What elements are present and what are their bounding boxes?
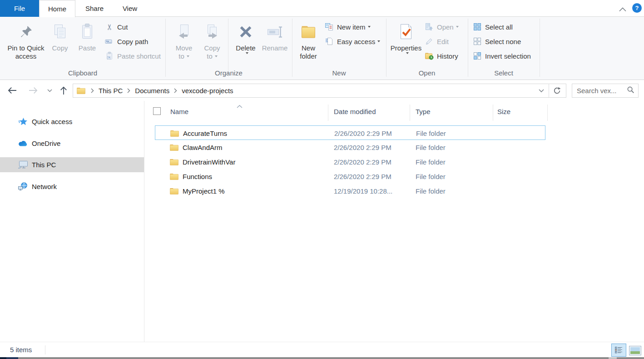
search-input[interactable]: [572, 87, 626, 95]
sidebar-item-label: OneDrive: [32, 140, 60, 147]
recent-locations-button[interactable]: [45, 88, 54, 93]
column-divider[interactable]: [547, 105, 548, 121]
history-button[interactable]: History: [424, 50, 458, 62]
chevron-down-icon: [539, 89, 544, 93]
refresh-button[interactable]: [550, 87, 564, 95]
back-button[interactable]: [6, 85, 18, 96]
file-row-drivetrainwithvar[interactable]: DrivetrainWithVar 2/26/2020 2:29 PM File…: [155, 155, 545, 169]
easy-access-icon: [324, 37, 334, 46]
up-button[interactable]: [58, 85, 69, 96]
large-icons-view-button[interactable]: [629, 345, 641, 355]
paste-button[interactable]: Paste: [74, 20, 100, 52]
new-item-button[interactable]: New item: [324, 20, 371, 33]
tab-share[interactable]: Share: [75, 0, 114, 17]
file-row-accurateturns[interactable]: AccurateTurns 2/26/2020 2:29 PM File fol…: [155, 125, 545, 140]
pin-label-line1: Pin to Quick: [8, 44, 45, 52]
easy-access-button[interactable]: Easy access: [324, 35, 380, 48]
file-name: DrivetrainWithVar: [183, 158, 235, 166]
sidebar-item-quick-access[interactable]: Quick access: [0, 114, 144, 129]
new-folder-button[interactable]: New folder: [295, 20, 322, 60]
details-view-button[interactable]: [611, 344, 626, 357]
search-icon[interactable]: [627, 86, 634, 95]
new-folder-icon: [300, 20, 317, 44]
copy-to-icon: [204, 20, 220, 44]
sidebar-item-this-pc[interactable]: This PC: [0, 157, 144, 172]
rename-button[interactable]: Rename: [260, 20, 290, 52]
sidebar-item-network[interactable]: Network: [0, 179, 144, 194]
file-date-modified: 2/26/2020 2:29 PM: [334, 155, 391, 169]
column-header-size[interactable]: Size: [497, 106, 510, 117]
select-none-button[interactable]: Select none: [472, 35, 521, 48]
address-dropdown-button[interactable]: [535, 89, 548, 93]
dropdown-arrow-icon: [377, 40, 380, 42]
column-header-date-modified[interactable]: Date modified: [334, 106, 376, 117]
copy-path-button[interactable]: Copy path: [104, 35, 148, 48]
address-bar: This PC Documents vexcode-projects: [0, 80, 644, 101]
select-all-checkbox[interactable]: [153, 107, 161, 115]
column-header-type[interactable]: Type: [416, 106, 431, 117]
search-box[interactable]: [572, 84, 639, 98]
cut-scissors-icon: [104, 22, 114, 31]
tab-file[interactable]: File: [0, 0, 39, 17]
breadcrumb-item-this-pc[interactable]: This PC: [98, 87, 124, 95]
cut-button[interactable]: Cut: [104, 20, 128, 33]
properties-button[interactable]: Properties: [390, 20, 422, 54]
group-inner-separator: [228, 19, 228, 77]
group-separator: [292, 19, 292, 77]
column-divider[interactable]: [493, 105, 493, 121]
edit-button[interactable]: Edit: [424, 35, 449, 48]
pushpin-icon: [19, 20, 33, 44]
breadcrumb-item-documents[interactable]: Documents: [134, 87, 170, 95]
forward-button[interactable]: [27, 85, 39, 96]
large-icons-view-icon: [629, 346, 641, 355]
pin-to-quick-access-button[interactable]: Pin to Quick access: [5, 20, 46, 60]
status-divider: [45, 345, 45, 354]
network-globe-icon: [17, 182, 28, 191]
tab-home[interactable]: Home: [39, 0, 75, 17]
delete-button[interactable]: Delete: [233, 20, 259, 54]
tab-home-label: Home: [48, 5, 66, 13]
sort-ascending-icon: [237, 102, 243, 110]
refresh-icon: [553, 87, 561, 95]
taskbar-segment: [6, 357, 18, 359]
invert-selection-button[interactable]: Invert selection: [472, 50, 531, 62]
column-header-name[interactable]: Name: [170, 106, 188, 117]
dropdown-arrow-icon: [187, 55, 189, 57]
group-label-organize: Organize: [165, 69, 292, 77]
file-type: File folder: [416, 184, 446, 198]
copy-button[interactable]: Copy: [48, 20, 72, 52]
ribbon-home: Pin to Quick access Copy Paste Cut Copy …: [0, 17, 644, 80]
select-all-button[interactable]: Select all: [472, 20, 513, 33]
tab-view[interactable]: View: [114, 0, 146, 17]
back-arrow-icon: [7, 86, 17, 95]
help-button[interactable]: ?: [632, 3, 642, 13]
onedrive-cloud-icon: [17, 140, 28, 147]
column-divider[interactable]: [328, 105, 328, 121]
file-row-functions[interactable]: Functions 2/26/2020 2:29 PM File folder: [155, 169, 545, 184]
file-list: AccurateTurns 2/26/2020 2:29 PM File fol…: [155, 125, 545, 198]
column-divider[interactable]: [410, 105, 410, 121]
paste-shortcut-button[interactable]: Paste shortcut: [104, 50, 161, 62]
new-item-icon: [324, 22, 334, 31]
taskbar-segment: [609, 357, 617, 359]
copy-to-button[interactable]: Copy to: [199, 20, 225, 60]
sidebar-item-onedrive[interactable]: OneDrive: [0, 136, 144, 151]
breadcrumb-chevron-icon: [127, 88, 130, 93]
dropdown-arrow-icon: [456, 26, 459, 28]
breadcrumb-chevron-icon: [174, 88, 177, 93]
file-date-modified: 2/26/2020 2:29 PM: [334, 140, 391, 155]
select-none-icon: [472, 37, 482, 46]
file-row-myproject1[interactable]: MyProject1 % 12/19/2019 10:28... File fo…: [155, 184, 545, 198]
history-label: History: [437, 52, 458, 60]
move-to-button[interactable]: Move to: [171, 20, 197, 60]
group-label-new: New: [292, 69, 386, 77]
sidebar-item-label: Quick access: [32, 118, 72, 125]
breadcrumb[interactable]: This PC Documents vexcode-projects: [73, 84, 566, 98]
file-row-clawandarm[interactable]: ClawAndArm 2/26/2020 2:29 PM File folder: [155, 140, 545, 155]
collapse-ribbon-button[interactable]: [619, 5, 627, 11]
file-type: File folder: [416, 126, 446, 140]
invert-selection-label: Invert selection: [485, 52, 531, 60]
breadcrumb-item-vexcode-projects[interactable]: vexcode-projects: [181, 87, 234, 95]
group-separator: [165, 19, 166, 77]
open-button[interactable]: Open: [424, 20, 459, 33]
